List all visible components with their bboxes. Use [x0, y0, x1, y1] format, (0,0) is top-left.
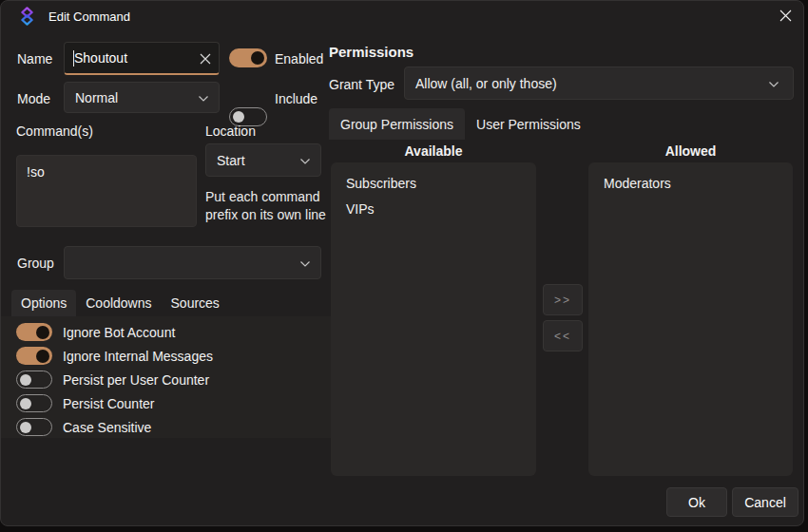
available-header: Available: [331, 143, 536, 159]
left-tab-strip: Options Cooldowns Sources: [11, 290, 229, 316]
toggle-knob: [20, 422, 31, 433]
ignore-bot-account-toggle[interactable]: [16, 323, 52, 341]
option-label: Persist Counter: [63, 396, 154, 411]
enabled-toggle[interactable]: [229, 48, 267, 67]
enabled-label: Enabled: [275, 51, 323, 66]
mode-value: Normal: [75, 90, 118, 105]
include-label: Include: [275, 91, 317, 106]
persist-per-user-counter-toggle[interactable]: [16, 370, 52, 389]
option-label: Ignore Bot Account: [63, 325, 175, 340]
app-logo-icon: [19, 7, 35, 29]
tab-sources[interactable]: Sources: [162, 290, 229, 316]
tab-cooldowns[interactable]: Cooldowns: [76, 290, 161, 316]
name-input[interactable]: [64, 42, 220, 75]
window-title: Edit Command: [48, 10, 130, 24]
ignore-internal-messages-toggle[interactable]: [16, 347, 52, 365]
close-icon: [779, 9, 792, 26]
tab-group-permissions[interactable]: Group Permissions: [329, 108, 465, 140]
move-left-button[interactable]: <<: [543, 320, 583, 352]
clear-icon[interactable]: [200, 53, 211, 65]
option-row: Ignore Bot Account: [16, 320, 213, 344]
name-label: Name: [17, 51, 52, 66]
option-row: Persist Counter: [16, 391, 213, 415]
commands-textarea[interactable]: !so: [16, 155, 197, 227]
available-list[interactable]: Subscribers VIPs: [331, 162, 536, 476]
ok-button[interactable]: Ok: [666, 487, 727, 517]
grant-type-value: Allow (all, or only those): [415, 76, 557, 91]
location-label: Location: [205, 124, 256, 139]
persist-counter-toggle[interactable]: [16, 394, 52, 412]
location-hint: Put each command prefix on its own line: [205, 188, 327, 223]
list-item-label: VIPs: [346, 201, 375, 217]
list-item-label: Subscribers: [346, 176, 416, 191]
group-label: Group: [17, 256, 54, 271]
commands-field-wrap: !so: [16, 155, 197, 227]
allowed-header: Allowed: [588, 143, 793, 159]
option-row: Persist per User Counter: [16, 368, 213, 391]
chevron-down-icon: [198, 90, 209, 105]
tab-label: Options: [21, 295, 67, 311]
tab-user-permissions[interactable]: User Permissions: [465, 108, 592, 140]
toggle-knob: [36, 326, 49, 339]
edit-command-dialog: Edit Command Name Enabled Mode Normal In…: [0, 0, 804, 526]
cancel-button[interactable]: Cancel: [732, 487, 798, 517]
title-bar: Edit Command: [1, 1, 803, 31]
commands-label: Command(s): [16, 124, 93, 139]
list-item-label: Moderators: [604, 176, 671, 191]
tab-options[interactable]: Options: [11, 290, 76, 316]
text-caret: [73, 50, 74, 66]
group-dropdown[interactable]: [64, 246, 321, 279]
options-toggle-list: Ignore Bot Account Ignore Internal Messa…: [16, 320, 213, 439]
close-button[interactable]: [771, 6, 799, 28]
toggle-knob: [251, 51, 264, 65]
name-field-wrap: [64, 42, 220, 75]
toggle-knob: [20, 374, 31, 386]
mode-dropdown[interactable]: Normal: [64, 82, 220, 113]
option-label: Ignore Internal Messages: [63, 349, 213, 364]
toggle-knob: [233, 111, 244, 123]
move-right-button[interactable]: >>: [543, 284, 583, 315]
tab-label: Group Permissions: [340, 117, 453, 132]
toggle-knob: [36, 350, 49, 363]
mode-label: Mode: [17, 91, 50, 106]
location-dropdown[interactable]: Start: [205, 143, 321, 177]
tab-label: Cooldowns: [86, 295, 151, 311]
list-item[interactable]: VIPs: [331, 196, 536, 221]
chevron-down-icon: [299, 256, 311, 271]
list-item[interactable]: Moderators: [588, 170, 793, 196]
allowed-list[interactable]: Moderators: [588, 162, 793, 476]
chevron-down-icon: [299, 153, 311, 168]
tab-label: User Permissions: [476, 117, 581, 132]
permissions-heading: Permissions: [329, 44, 414, 60]
option-row: Ignore Internal Messages: [16, 344, 213, 368]
option-label: Case Sensitive: [63, 420, 151, 435]
grant-type-label: Grant Type: [329, 77, 394, 92]
list-item[interactable]: Subscribers: [331, 170, 536, 196]
grant-type-dropdown[interactable]: Allow (all, or only those): [404, 66, 794, 100]
toggle-knob: [20, 398, 31, 409]
case-sensitive-toggle[interactable]: [16, 418, 52, 436]
permissions-tab-strip: Group Permissions User Permissions: [329, 108, 592, 140]
location-value: Start: [217, 153, 245, 168]
option-label: Persist per User Counter: [63, 372, 209, 388]
option-row: Case Sensitive: [16, 415, 213, 439]
tab-label: Sources: [171, 295, 220, 311]
chevron-down-icon: [768, 76, 779, 91]
